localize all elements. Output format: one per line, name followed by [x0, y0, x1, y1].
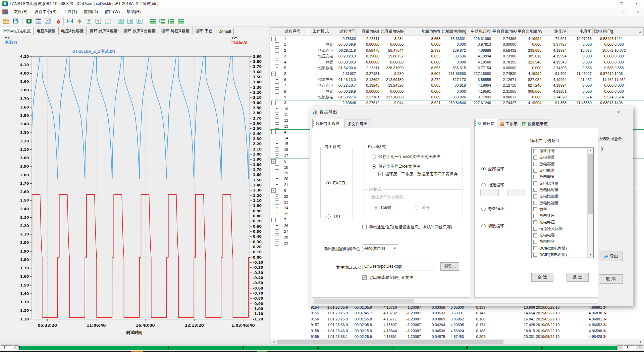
time-unit-select[interactable]: Auto(h:m:s)	[363, 245, 398, 252]
chart-tab[interactable]: 电压&比容量	[58, 27, 87, 35]
cycle-range-from-input[interactable]	[480, 189, 499, 196]
mdi-control-button[interactable]: ×	[635, 8, 642, 15]
menu-item[interactable]: 数据(D)	[80, 8, 101, 16]
zoom-range-icon[interactable]	[94, 17, 103, 26]
tree-toggle[interactable]: -	[270, 159, 283, 164]
export-button[interactable]: 导出	[599, 252, 623, 261]
radio-odd-cycles[interactable]: 奇数循环	[481, 206, 504, 212]
tree-toggle[interactable]: +	[270, 182, 283, 188]
spinner-arrows-icon[interactable]: ▲▼	[631, 346, 635, 350]
tree-toggle[interactable]: +	[270, 229, 283, 234]
view-list-1-icon[interactable]	[148, 17, 157, 26]
table-row[interactable]: - 10.783632.283113.2348.65378.36301228.3…	[270, 36, 644, 42]
tree-toggle[interactable]	[270, 305, 283, 310]
save-icon[interactable]	[11, 17, 20, 26]
table-row[interactable]: 91551.01:23:15.900:01:45.74.13732-1.2008…	[270, 310, 644, 316]
tree-toggle[interactable]: +	[270, 211, 283, 217]
nav-section-number[interactable]: 4	[392, 346, 394, 350]
table-header-cell[interactable]: 比能量/Wh/kg	[441, 28, 467, 36]
view-list-2-icon[interactable]	[157, 17, 167, 26]
tree-toggle[interactable]	[270, 299, 283, 305]
table-row[interactable]: + 8静置00:00:29.90.000000.000000.0000.0004…	[270, 89, 644, 94]
sep2[interactable]	[63, 17, 64, 25]
page-left-spinner[interactable]: 1 ▲▼	[1, 345, 12, 350]
tree-toggle[interactable]: -	[270, 217, 283, 223]
list-item[interactable]: 效率	[532, 206, 593, 213]
report-icon[interactable]	[34, 17, 43, 26]
checkbox-channel-info[interactable]: 导出通道信息(包括设备信息、测试时间信息等)	[362, 224, 452, 230]
tree-toggle[interactable]: -	[270, 100, 283, 106]
list-item[interactable]: 充电比能量	[532, 193, 593, 200]
tree-toggle[interactable]	[270, 316, 283, 322]
zoom-box-icon[interactable]	[103, 17, 112, 26]
alarm-log-icon[interactable]: i	[52, 17, 62, 26]
tab-multifile-export[interactable]: 多文件导出	[344, 120, 371, 128]
radio-excel[interactable]: EXCEL	[326, 181, 346, 185]
table-header-cell[interactable]: 容量/mAh	[357, 28, 380, 36]
tab-record-layer[interactable]: 数据记录层	[519, 120, 551, 128]
tree-toggle[interactable]: +	[270, 112, 283, 118]
list-item[interactable]: 放电容量	[532, 161, 593, 167]
mdi-child-icon[interactable]	[2, 9, 8, 14]
tree-toggle[interactable]: +	[270, 106, 283, 112]
dialog-title-bar[interactable]: 数据导出	[310, 107, 633, 117]
tree-toggle[interactable]: +	[270, 94, 283, 100]
list-item[interactable]: 放电比容量	[532, 187, 593, 193]
sep3[interactable]	[114, 17, 114, 25]
tree-toggle[interactable]	[270, 310, 283, 316]
table-row[interactable]: 91581.01:23:46.000:02:15.94.13844-1.2008…	[270, 328, 644, 334]
menu-item[interactable]: 窗口(W)	[101, 8, 123, 16]
table-scroll-up-icon[interactable]	[637, 28, 644, 36]
menu-item[interactable]: 文件(F)	[10, 8, 31, 16]
list-item[interactable]: 充电能量	[532, 167, 593, 174]
list-item[interactable]: 恒流冲入比例	[532, 226, 593, 232]
cycle-range-to-input[interactable]	[507, 189, 525, 196]
table-row[interactable]: + 4静置00:00:30.30.000000.000000.0000.0004…	[270, 59, 644, 65]
nav-prev-button[interactable]: <	[13, 345, 18, 350]
tree-toggle[interactable]: +	[270, 65, 283, 71]
view-list-3-icon[interactable]	[167, 17, 176, 26]
list-item[interactable]: 放电比能量	[532, 200, 593, 206]
table-header-cell[interactable]: 中值电压/V	[467, 28, 492, 36]
browse-button[interactable]: 浏览...	[440, 262, 459, 271]
scroll-up-icon[interactable]	[588, 148, 593, 153]
mdi-control-button[interactable]: □	[627, 8, 635, 15]
chart-tab[interactable]: 电压&容量	[34, 27, 58, 35]
sep4[interactable]	[146, 17, 146, 25]
nav-section-number[interactable]: 1	[168, 346, 170, 350]
tree-toggle[interactable]: +	[270, 141, 283, 147]
list-item[interactable]: 充电终压	[532, 219, 593, 225]
table-row[interactable]: + 3恒压充电00:23:23.30.1988819.887570.83583.…	[270, 53, 644, 59]
layout-right-icon[interactable]	[135, 17, 144, 26]
mdi-control-button[interactable]: –	[620, 8, 627, 15]
open-file-icon[interactable]	[2, 17, 11, 26]
table-row[interactable]: + 2恒流充电00:29:11.90.5847558.475442.399239…	[270, 48, 644, 53]
radio-txt[interactable]: TXT	[326, 214, 341, 219]
menu-item[interactable]: 设置中心(S)	[31, 8, 60, 16]
radio-same-excel-file[interactable]: 保存于同一个Excel文件不同子表中	[372, 154, 440, 160]
table-header-cell[interactable]: 平台比能量/W	[517, 28, 542, 36]
tab-step-layer[interactable]: 工步层	[497, 120, 521, 128]
table-header-cell[interactable]: 比电容/F/g	[593, 28, 614, 36]
tree-toggle[interactable]: -	[270, 188, 283, 193]
fit-horizontal-icon[interactable]	[65, 17, 75, 26]
tree-toggle[interactable]: +	[270, 176, 283, 182]
tree-toggle[interactable]: +	[270, 77, 283, 83]
tree-toggle[interactable]: +	[270, 59, 283, 65]
list-scrollbar[interactable]	[587, 148, 593, 258]
tree-toggle[interactable]	[270, 328, 283, 334]
scroll-down-icon[interactable]	[588, 252, 593, 258]
nav-section-number[interactable]: 5	[466, 346, 468, 350]
scroll-right-icon[interactable]	[638, 339, 644, 344]
view-list-4-icon[interactable]	[176, 17, 185, 26]
checkbox-open-after-export[interactable]: 导出完成后立即打开文件	[362, 275, 413, 280]
list-item[interactable]: 充电电容	[532, 232, 593, 238]
nav-section-number[interactable]: 7	[18, 346, 20, 350]
radio-different-excel-files[interactable]: 保存于不同Excel文件中	[372, 164, 420, 169]
tree-toggle[interactable]: -	[270, 129, 283, 135]
tree-toggle[interactable]	[270, 322, 283, 328]
list-item[interactable]: DCIR(充电内阻)	[532, 252, 593, 258]
list-item[interactable]: DCIR(放电内阻)	[532, 245, 593, 251]
chart-tab[interactable]: Default	[216, 28, 234, 35]
table-row[interactable]: - 32.308482.276129.0448.621230.84840227.…	[270, 100, 644, 106]
